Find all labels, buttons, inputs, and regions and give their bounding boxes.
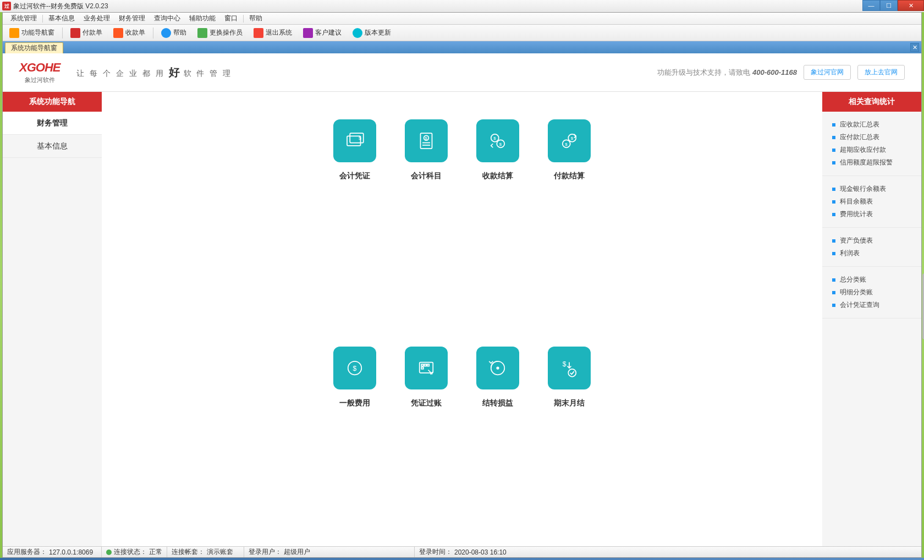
suggest-icon [303, 28, 313, 38]
svg-text:$: $ [353, 365, 357, 372]
grid-label: 会计科目 [411, 171, 442, 181]
menu-baseinfo[interactable]: 基本信息 [44, 14, 79, 23]
statusbar: 应用服务器：127.0.0.1:8069 连接状态：正常 连接帐套：演示账套 登… [3, 546, 921, 557]
tab-nav-window[interactable]: 系统功能导航窗 [5, 42, 63, 53]
taskbar [0, 558, 924, 560]
link-general-ledger[interactable]: 总分类账 [832, 273, 921, 286]
menubar: 系统管理 基本信息 业务处理 财务管理 查询中心 辅助功能 窗口 帮助 [3, 13, 921, 25]
tool-receipt[interactable]: 收款单 [110, 27, 148, 39]
svg-rect-21 [427, 364, 430, 366]
window-title: 象过河软件--财务免费版 V2.0.23 [13, 2, 108, 11]
svg-text:$: $ [499, 142, 502, 147]
menu-separator [243, 15, 244, 23]
link-receivable-summary[interactable]: 应收款汇总表 [832, 118, 921, 131]
grid-monthend[interactable]: $ 期末月结 [534, 347, 605, 546]
tabstrip: 系统功能导航窗 ✕ [3, 41, 921, 53]
app-icon: 过 [2, 2, 11, 10]
grid-label: 一般费用 [339, 398, 370, 408]
menu-help[interactable]: 帮助 [245, 14, 267, 23]
link-profit[interactable]: 利润表 [832, 247, 921, 260]
link-payable-summary[interactable]: 应付款汇总表 [832, 131, 921, 144]
status-book: 连接帐套：演示账套 [167, 547, 244, 557]
link-balance-sheet[interactable]: 资产负债表 [832, 234, 921, 247]
link-credit-alarm[interactable]: 信用额度超限报警 [832, 156, 921, 169]
carryover-icon [476, 347, 519, 389]
tab-close-button[interactable]: ✕ [910, 43, 919, 52]
tool-change-user[interactable]: 更换操作员 [194, 27, 246, 39]
window-controls: — ☐ ✕ [862, 0, 924, 11]
sidebar-item-baseinfo[interactable]: 基本信息 [3, 135, 102, 158]
support-text: 功能升级与技术支持，请致电 400-600-1168 [657, 68, 797, 78]
link-group-3: 资产负债表 利润表 [822, 228, 921, 267]
svg-text:$: $ [565, 142, 568, 147]
receive-icon: $$ [476, 119, 519, 162]
svg-text:$: $ [425, 136, 427, 141]
brand-right: 功能升级与技术支持，请致电 400-600-1168 象过河官网 放上去官网 [657, 65, 905, 80]
grid-expense[interactable]: $ 一般费用 [319, 347, 391, 546]
sidebar-right-header: 相关查询统计 [822, 92, 921, 112]
tool-version[interactable]: 版本更新 [349, 27, 394, 39]
menu-window[interactable]: 窗口 [220, 14, 242, 23]
help-icon [161, 28, 171, 38]
status-user: 登录用户：超级用户 [244, 547, 415, 557]
grid-carryover[interactable]: 结转损益 [462, 347, 534, 546]
brand-bar: XGOHE 象过河软件 让 每 个 企 业 都 用 好 软 件 管 理 功能升级… [3, 53, 921, 92]
status-connection: 连接状态：正常 [102, 547, 167, 557]
toolbar: 功能导航窗 付款单 收款单 帮助 更换操作员 退出系统 客户建议 版本更新 [3, 25, 921, 41]
svg-text:$: $ [493, 136, 496, 141]
menu-finance[interactable]: 财务管理 [114, 14, 150, 23]
sidebar-right: 相关查询统计 应收款汇总表 应付款汇总表 超期应收应付款 信用额度超限报警 现金… [822, 92, 921, 546]
tool-exit[interactable]: 退出系统 [250, 27, 295, 39]
menu-query[interactable]: 查询中心 [150, 14, 185, 23]
svg-rect-20 [425, 364, 427, 366]
grid-label: 期末月结 [554, 398, 585, 408]
menu-business[interactable]: 业务处理 [79, 14, 114, 23]
version-icon [353, 28, 362, 38]
link-cash-balance[interactable]: 现金银行余额表 [832, 183, 921, 195]
grid-payment[interactable]: $$ 付款结算 [534, 119, 605, 319]
toolbar-separator [153, 28, 153, 39]
menu-aux[interactable]: 辅助功能 [185, 14, 220, 23]
svg-rect-22 [421, 367, 424, 369]
grid-voucher[interactable]: $ 会计凭证 [319, 119, 391, 319]
svg-point-24 [496, 366, 499, 369]
support-tel: 400-600-1168 [752, 68, 797, 76]
link-group-4: 总分类账 明细分类账 会计凭证查询 [822, 267, 921, 319]
sidebar-left-header: 系统功能导航 [3, 92, 102, 112]
maximize-button[interactable]: ☐ [880, 0, 898, 11]
svg-text:$: $ [563, 360, 566, 368]
tool-nav-window[interactable]: 功能导航窗 [6, 27, 58, 39]
link-official[interactable]: 象过河官网 [804, 65, 851, 80]
expense-icon: $ [333, 347, 376, 389]
link-subject-balance[interactable]: 科目余额表 [832, 195, 921, 208]
tool-suggest[interactable]: 客户建议 [300, 27, 345, 39]
grid-label: 付款结算 [554, 171, 585, 181]
status-time: 登录时间：2020-08-03 16:10 [415, 547, 921, 557]
link-detail-ledger[interactable]: 明细分类账 [832, 286, 921, 299]
link-voucher-query[interactable]: 会计凭证查询 [832, 299, 921, 311]
tool-payment[interactable]: 付款单 [67, 27, 106, 39]
link-upload[interactable]: 放上去官网 [857, 65, 905, 80]
payment-icon: $$ [548, 119, 591, 162]
link-overdue[interactable]: 超期应收应付款 [832, 144, 921, 156]
link-expense-stat[interactable]: 费用统计表 [832, 208, 921, 221]
content: 系统功能导航 财务管理 基本信息 $ 会计凭证 $ 会计科目 $$ 收款结算 [3, 92, 921, 546]
svg-rect-19 [421, 364, 424, 366]
minimize-button[interactable]: — [862, 0, 880, 11]
sidebar-item-finance[interactable]: 财务管理 [3, 112, 102, 135]
grid-posting[interactable]: 凭证过账 [391, 347, 462, 546]
grid-label: 收款结算 [482, 171, 513, 181]
svg-text:$: $ [359, 135, 361, 141]
close-button[interactable]: ✕ [898, 0, 924, 11]
logo-subtitle: 象过河软件 [25, 76, 55, 84]
tool-help[interactable]: 帮助 [158, 27, 190, 39]
grid-receive[interactable]: $$ 收款结算 [462, 119, 534, 319]
grid-subject[interactable]: $ 会计科目 [391, 119, 462, 319]
payment-icon [70, 28, 80, 38]
menu-system[interactable]: 系统管理 [6, 14, 41, 23]
logo-text: XGOHE [19, 61, 60, 75]
subject-icon: $ [405, 119, 448, 162]
center-panel: $ 会计凭证 $ 会计科目 $$ 收款结算 $$ 付款结算 $ 一般费用 [102, 92, 822, 546]
toolbar-separator [62, 28, 63, 39]
brand-slogan: 让 每 个 企 业 都 用 好 软 件 管 理 [76, 65, 232, 80]
